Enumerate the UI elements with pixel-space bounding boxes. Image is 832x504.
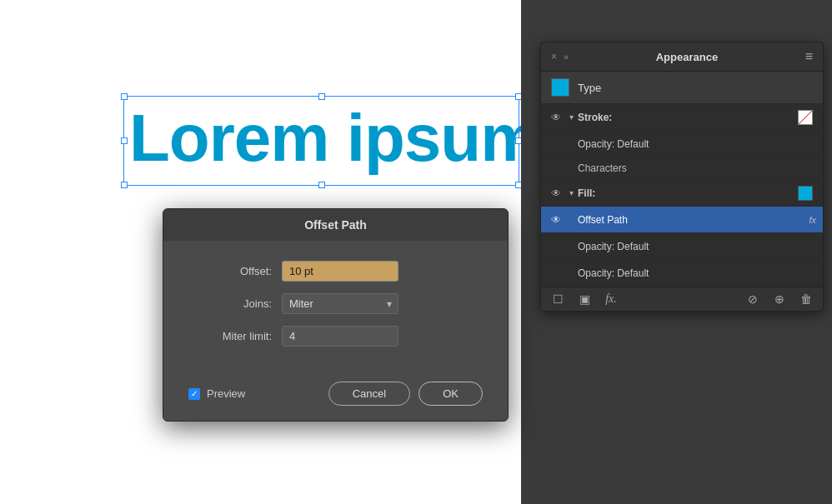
- dialog-title: Offset Path: [304, 218, 367, 232]
- handle-tl[interactable]: [121, 93, 128, 100]
- footer-add-icon[interactable]: ⊕: [769, 292, 789, 306]
- stroke-expand-icon[interactable]: ▾: [564, 112, 578, 122]
- fill-opacity-label: Opacity: Default: [578, 241, 816, 252]
- panel-footer: ☐ ▣ fx. ⊘ ⊕ 🗑: [541, 287, 823, 311]
- stroke-row: 👁 ▾ Stroke:: [541, 104, 823, 131]
- panel-header: × » Appearance ≡: [541, 42, 823, 72]
- stroke-swatch[interactable]: [798, 110, 813, 125]
- panel-menu-icon[interactable]: ≡: [805, 49, 813, 64]
- preview-check: ✓ Preview: [188, 387, 320, 400]
- dialog-body: Offset: Joins: Miter Round Bevel Miter l…: [163, 241, 508, 375]
- main-opacity-row: Opacity: Default: [541, 260, 823, 287]
- type-label: Type: [578, 82, 601, 94]
- preview-checkbox[interactable]: ✓: [188, 388, 200, 400]
- characters-section-label: Characters: [541, 157, 823, 180]
- fill-label: Fill:: [578, 187, 798, 199]
- miter-row: Miter limit:: [188, 326, 483, 347]
- stroke-label: Stroke:: [578, 112, 798, 123]
- miter-label: Miter limit:: [188, 330, 272, 342]
- offset-label: Offset:: [188, 265, 272, 277]
- fx-label: fx: [809, 215, 816, 225]
- dialog-footer: ✓ Preview Cancel OK: [163, 375, 508, 421]
- fill-row: 👁 ▾ Fill:: [541, 180, 823, 207]
- main-opacity-label: Opacity: Default: [578, 267, 816, 279]
- footer-fx-icon[interactable]: fx.: [601, 292, 621, 306]
- panel-chevron-icon[interactable]: »: [564, 52, 569, 62]
- handle-ml[interactable]: [121, 137, 128, 144]
- stroke-opacity-label: Opacity: Default: [578, 138, 816, 150]
- joins-row: Joins: Miter Round Bevel: [188, 293, 483, 314]
- footer-no-symbol-icon[interactable]: ⊘: [743, 292, 763, 306]
- panel-title: Appearance: [656, 51, 718, 63]
- joins-label: Joins:: [188, 297, 272, 310]
- cancel-button[interactable]: Cancel: [328, 382, 410, 406]
- fill-swatch[interactable]: [798, 186, 813, 201]
- type-color-swatch: [551, 78, 569, 97]
- handle-bc[interactable]: [318, 182, 325, 188]
- lorem-ipsum-text: Lorem ipsum: [129, 100, 539, 177]
- offset-path-label: Offset Path: [578, 214, 809, 226]
- joins-select[interactable]: Miter Round Bevel: [282, 293, 398, 314]
- type-row: Type: [541, 72, 823, 104]
- footer-square-icon[interactable]: ☐: [548, 292, 568, 306]
- fill-expand-icon[interactable]: ▾: [564, 188, 578, 197]
- preview-label: Preview: [207, 387, 245, 400]
- stroke-visibility-icon[interactable]: 👁: [548, 112, 564, 123]
- footer-trash-icon[interactable]: 🗑: [796, 292, 816, 306]
- offset-row: Offset:: [188, 261, 483, 282]
- appearance-panel: × » Appearance ≡ Type 👁 ▾ Stroke: Opacit…: [540, 42, 824, 312]
- panel-close-button[interactable]: ×: [551, 51, 557, 62]
- offset-path-visibility-icon[interactable]: 👁: [548, 214, 564, 226]
- ok-button[interactable]: OK: [419, 382, 483, 406]
- dialog-title-bar: Offset Path: [163, 209, 508, 241]
- fill-opacity-row: Opacity: Default: [541, 233, 823, 260]
- stroke-opacity-row: Opacity: Default: [541, 131, 823, 157]
- joins-select-wrapper: Miter Round Bevel: [282, 293, 398, 314]
- offset-path-dialog: Offset Path Offset: Joins: Miter Round B…: [163, 208, 509, 422]
- miter-input[interactable]: [282, 326, 398, 347]
- offset-input[interactable]: [282, 261, 398, 282]
- footer-rounded-icon[interactable]: ▣: [574, 292, 594, 306]
- handle-tc[interactable]: [318, 93, 325, 100]
- fill-visibility-icon[interactable]: 👁: [548, 187, 564, 199]
- handle-bl[interactable]: [121, 182, 128, 188]
- offset-path-row[interactable]: 👁 ▾ Offset Path fx: [541, 207, 823, 233]
- panel-header-left: × »: [551, 51, 569, 62]
